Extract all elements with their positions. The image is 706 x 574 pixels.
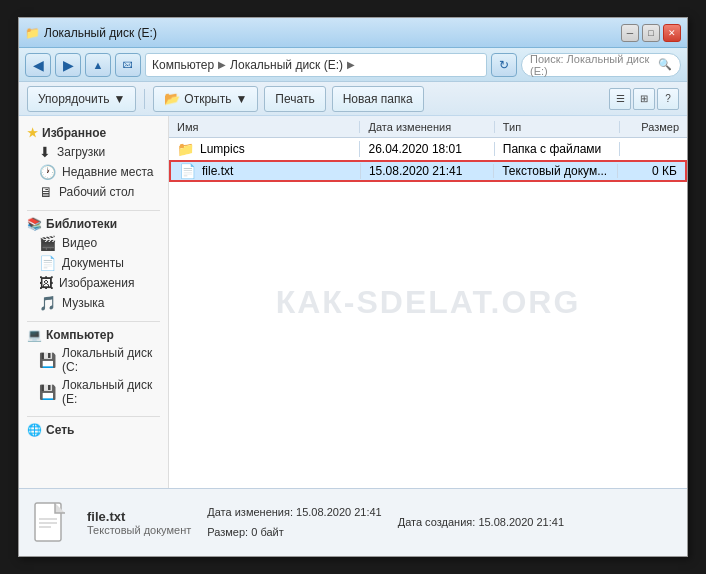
star-icon: ★	[27, 126, 38, 140]
status-detail-dates: Дата изменения: 15.08.2020 21:41 Размер:…	[207, 503, 381, 543]
view-details-button[interactable]: ☰	[609, 88, 631, 110]
forward-button[interactable]: ▶	[55, 53, 81, 77]
size-value: 0 байт	[251, 526, 284, 538]
sidebar-favorites-label: Избранное	[42, 126, 106, 140]
col-header-date[interactable]: Дата изменения	[360, 121, 494, 133]
organize-label: Упорядочить	[38, 92, 109, 106]
window-title: Локальный диск (E:)	[44, 26, 157, 40]
filetxt-name: file.txt	[202, 164, 233, 178]
col-header-name[interactable]: Имя	[169, 121, 360, 133]
print-button[interactable]: Печать	[264, 86, 325, 112]
open-button[interactable]: 📂 Открыть ▼	[153, 86, 258, 112]
nav-bar: ◀ ▶ ▲ 🖂 Компьютер ▶ Локальный диск (E:) …	[19, 48, 687, 82]
col-header-size[interactable]: Размер	[620, 121, 687, 133]
breadcrumb-sep1: ▶	[218, 59, 226, 70]
sidebar-computer-label: Компьютер	[46, 328, 114, 342]
content-area: ★ Избранное ⬇ Загрузки 🕐 Недавние места …	[19, 116, 687, 488]
video-icon: 🎬	[39, 235, 56, 251]
desktop-icon: 🖥	[39, 184, 53, 200]
computer-icon: 💻	[27, 328, 42, 342]
close-button[interactable]: ✕	[663, 24, 681, 42]
sidebar: ★ Избранное ⬇ Загрузки 🕐 Недавние места …	[19, 116, 169, 488]
sidebar-item-video[interactable]: 🎬 Видео	[19, 233, 168, 253]
status-filetype: Текстовый документ	[87, 524, 191, 536]
sidebar-divider-2	[27, 321, 160, 322]
libraries-icon: 📚	[27, 217, 42, 231]
help-button[interactable]: ?	[657, 88, 679, 110]
file-list-header: Имя Дата изменения Тип Размер	[169, 116, 687, 138]
status-filename: file.txt	[87, 509, 191, 524]
toolbar-sep1	[144, 89, 145, 109]
recent-button[interactable]: 🖂	[115, 53, 141, 77]
folder-icon-lumpics: 📁	[177, 141, 194, 157]
sidebar-item-drive-c[interactable]: 💾 Локальный диск (C:	[19, 344, 168, 376]
minimize-button[interactable]: ─	[621, 24, 639, 42]
organize-button[interactable]: Упорядочить ▼	[27, 86, 136, 112]
back-button[interactable]: ◀	[25, 53, 51, 77]
sidebar-section-libraries: 📚 Библиотеки 🎬 Видео 📄 Документы 🖼 Изобр…	[19, 215, 168, 313]
sidebar-computer-header[interactable]: 💻 Компьютер	[19, 326, 168, 344]
sidebar-drive-e-label: Локальный диск (E:	[62, 378, 160, 406]
sidebar-drive-c-label: Локальный диск (C:	[62, 346, 160, 374]
filetxt-size: 0 КБ	[618, 164, 685, 178]
print-label: Печать	[275, 92, 314, 106]
sidebar-item-documents[interactable]: 📄 Документы	[19, 253, 168, 273]
sidebar-item-downloads[interactable]: ⬇ Загрузки	[19, 142, 168, 162]
sidebar-downloads-label: Загрузки	[57, 145, 105, 159]
search-placeholder: Поиск: Локальный диск (E:)	[530, 53, 654, 77]
open-dropdown-icon: ▼	[235, 92, 247, 106]
sidebar-item-music[interactable]: 🎵 Музыка	[19, 293, 168, 313]
up-button[interactable]: ▲	[85, 53, 111, 77]
open-btn-icon: 📂	[164, 91, 180, 106]
lumpics-type: Папка с файлами	[495, 142, 620, 156]
date-created-value: 15.08.2020 21:41	[478, 516, 564, 528]
watermark: КАК-SDELAT.ORG	[276, 284, 581, 321]
status-bar: file.txt Текстовый документ Дата изменен…	[19, 488, 687, 556]
status-info-name: file.txt Текстовый документ	[87, 509, 191, 536]
refresh-button[interactable]: ↻	[491, 53, 517, 77]
filetxt-date: 15.08.2020 21:41	[361, 164, 494, 178]
sidebar-libraries-header[interactable]: 📚 Библиотеки	[19, 215, 168, 233]
sidebar-favorites-header[interactable]: ★ Избранное	[19, 124, 168, 142]
new-folder-label: Новая папка	[343, 92, 413, 106]
sidebar-recent-label: Недавние места	[62, 165, 153, 179]
sidebar-item-desktop[interactable]: 🖥 Рабочий стол	[19, 182, 168, 202]
breadcrumb-drive[interactable]: Локальный диск (E:)	[230, 58, 343, 72]
file-name-lumpics: 📁 Lumpics	[169, 141, 360, 157]
breadcrumb[interactable]: Компьютер ▶ Локальный диск (E:) ▶	[145, 53, 487, 77]
breadcrumb-computer[interactable]: Компьютер	[152, 58, 214, 72]
file-name-filetxt: 📄 file.txt	[171, 163, 361, 179]
date-modified-value: 15.08.2020 21:41	[296, 506, 382, 518]
drive-e-icon: 💾	[39, 384, 56, 400]
network-icon: 🌐	[27, 423, 42, 437]
new-folder-button[interactable]: Новая папка	[332, 86, 424, 112]
sidebar-network-header[interactable]: 🌐 Сеть	[19, 421, 168, 439]
sidebar-item-recent[interactable]: 🕐 Недавние места	[19, 162, 168, 182]
maximize-button[interactable]: □	[642, 24, 660, 42]
lumpics-date: 26.04.2020 18:01	[360, 142, 494, 156]
sidebar-item-drive-e[interactable]: 💾 Локальный диск (E:	[19, 376, 168, 408]
open-label: Открыть	[184, 92, 231, 106]
filetxt-type: Текстовый докум...	[494, 164, 618, 178]
table-row[interactable]: 📄 file.txt 15.08.2020 21:41 Текстовый до…	[169, 160, 687, 182]
sidebar-section-network: 🌐 Сеть	[19, 421, 168, 439]
drive-c-icon: 💾	[39, 352, 56, 368]
images-icon: 🖼	[39, 275, 53, 291]
search-bar[interactable]: Поиск: Локальный диск (E:) 🔍	[521, 53, 681, 77]
status-detail-created: Дата создания: 15.08.2020 21:41	[398, 513, 564, 533]
status-date-created: Дата создания: 15.08.2020 21:41	[398, 513, 564, 533]
view-icons: ☰ ⊞ ?	[609, 88, 679, 110]
status-size: Размер: 0 байт	[207, 523, 381, 543]
sidebar-section-favorites: ★ Избранное ⬇ Загрузки 🕐 Недавние места …	[19, 124, 168, 202]
sidebar-video-label: Видео	[62, 236, 97, 250]
view-tiles-button[interactable]: ⊞	[633, 88, 655, 110]
col-header-type[interactable]: Тип	[495, 121, 620, 133]
title-bar: 📁 Локальный диск (E:) ─ □ ✕	[19, 18, 687, 48]
downloads-icon: ⬇	[39, 144, 51, 160]
table-row[interactable]: 📁 Lumpics 26.04.2020 18:01 Папка с файла…	[169, 138, 687, 160]
sidebar-music-label: Музыка	[62, 296, 104, 310]
music-icon: 🎵	[39, 295, 56, 311]
sidebar-desktop-label: Рабочий стол	[59, 185, 134, 199]
search-icon: 🔍	[658, 58, 672, 71]
sidebar-item-images[interactable]: 🖼 Изображения	[19, 273, 168, 293]
